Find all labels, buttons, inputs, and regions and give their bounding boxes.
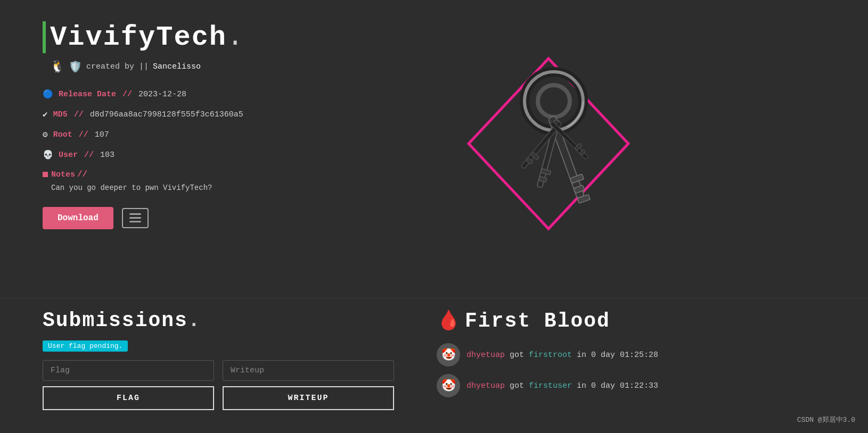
bottom-section: Submissions. User flag pending. FLAG WRI… [0,298,868,431]
release-date-slash: // [122,90,132,99]
list-icon-button[interactable] [122,208,149,228]
flag-input[interactable] [43,360,214,381]
root-key: Root [53,130,72,139]
writeup-input[interactable] [223,360,394,381]
md5-icon: ✔️ [43,109,48,120]
site-title: VivifyTech . [43,21,415,53]
hamburger-icon [129,213,141,223]
blood-entry-2: 🤡 dhyetuap got firstuser in 0 day 01:22:… [437,374,825,397]
flag-writeup-row [43,360,394,381]
created-by-label: created by || [86,62,149,71]
root-value: 107 [95,130,109,139]
notes-section: Notes // Can you go deeper to pwn Vivify… [43,170,415,192]
keys-svg [447,43,650,266]
blood-avatar-2: 🤡 [437,374,460,397]
submissions-panel: Submissions. User flag pending. FLAG WRI… [43,309,415,410]
blood-drop-icon: 🩸 [437,309,461,332]
blood-avatar-1: 🤡 [437,343,460,367]
created-by-row: 🐧 🛡️ created by || Sancelisso [50,60,415,74]
keys-illustration [437,32,660,277]
download-button[interactable]: Download [43,207,113,229]
svg-rect-0 [129,213,141,215]
svg-point-6 [538,85,570,117]
flag-button[interactable]: FLAG [43,386,214,410]
writeup-button[interactable]: WRITEUP [223,386,394,410]
creator-username: Sancelisso [153,62,201,71]
site-title-text: VivifyTech [50,22,227,53]
first-blood-text: First Blood [465,310,610,332]
user-value: 103 [100,151,114,160]
md5-key: MD5 [53,110,68,119]
release-date-value: 2023-12-28 [138,90,186,99]
root-slash: // [79,130,88,139]
md5-slash: // [74,110,84,119]
blood-entry-1: 🤡 dhyetuap got firstroot in 0 day 01:25:… [437,343,825,367]
notes-label: Notes [51,170,75,179]
title-dot: . [227,22,243,53]
blood-entry-text-1: dhyetuap got firstroot in 0 day 01:25:28 [466,351,658,360]
right-panel [415,21,682,277]
user-key: User [59,151,78,160]
first-blood-panel: 🩸 First Blood 🤡 dhyetuap got firstroot i… [415,309,825,410]
footer-text: CSDN @郑居中3.0 [797,416,855,424]
pending-badge: User flag pending. [43,340,128,352]
svg-rect-2 [129,221,141,222]
notes-slash: // [77,170,87,179]
notes-text: Can you go deeper to pwn VivifyTech? [51,184,415,192]
flag-submit-row: FLAG WRITEUP [43,386,394,410]
user-row: 💀 User // 103 [43,149,415,160]
root-row: ⚙️ Root // 107 [43,129,415,140]
linux-icon: 🐧 [50,60,64,74]
title-bar-decoration [43,21,46,53]
root-icon: ⚙️ [43,129,48,140]
release-date-icon: 🔵 [43,89,53,99]
first-blood-title: 🩸 First Blood [437,309,825,332]
blood-entry-text-2: dhyetuap got firstuser in 0 day 01:22:33 [466,381,658,390]
release-date-key: Release Date [59,90,116,99]
submissions-title: Submissions. [43,309,394,332]
notes-header: Notes // [43,170,415,179]
notes-icon [43,172,48,177]
release-date-row: 🔵 Release Date // 2023-12-28 [43,89,415,99]
svg-rect-1 [129,217,141,219]
footer: CSDN @郑居中3.0 [797,415,855,424]
user-icon: 💀 [43,149,53,160]
shield-icon: 🛡️ [69,60,82,73]
button-row: Download [43,207,415,229]
md5-value: d8d796aa8ac7998128f555f3c61360a5 [90,110,243,119]
md5-row: ✔️ MD5 // d8d796aa8ac7998128f555f3c61360… [43,109,415,120]
user-slash: // [84,151,94,160]
